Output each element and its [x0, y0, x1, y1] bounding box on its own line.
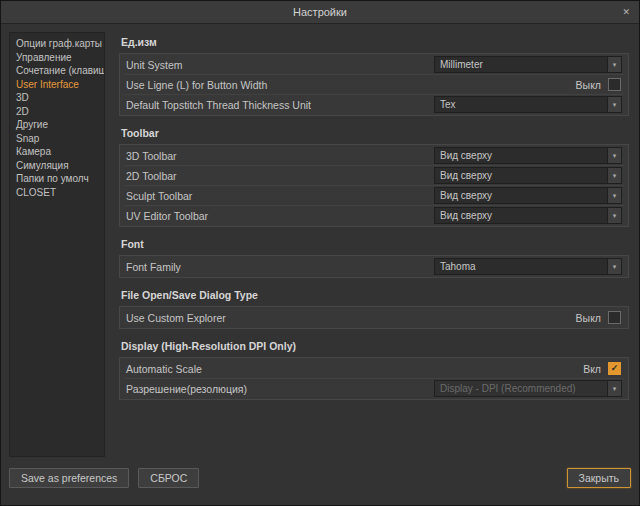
close-button[interactable]: Закрыть [567, 468, 631, 488]
groupbox-font: Font Family Tahoma ▾ [119, 255, 629, 278]
sidebar-item-user-interface[interactable]: User Interface [10, 78, 104, 92]
checkbox-state-label: Вкл [583, 363, 601, 375]
select-value: Tex [435, 99, 607, 110]
setting-row: Unit System Millimeter ▾ [124, 55, 624, 74]
section-toolbar: Toolbar 3D Toolbar Вид сверху ▾ 2D Toolb… [119, 127, 629, 227]
sidebar-item-controls[interactable]: Управление [10, 51, 104, 65]
setting-row: Разрешение(резолюция) Display - DPI (Rec… [124, 378, 624, 398]
setting-label: Default Topstitch Thread Thickness Unit [126, 99, 434, 111]
setting-row: Use Ligne (L) for Button Width Выкл [124, 74, 624, 94]
sidebar-item-camera[interactable]: Камера [10, 145, 104, 159]
setting-label: Use Ligne (L) for Button Width [126, 79, 576, 91]
chevron-down-icon[interactable]: ▾ [607, 168, 621, 183]
chevron-down-icon: ▾ [607, 381, 621, 396]
section-title: Toolbar [121, 127, 629, 139]
select-value: Вид сверху [435, 150, 607, 161]
2d-toolbar-select[interactable]: Вид сверху ▾ [434, 167, 622, 184]
setting-label: Use Custom Explorer [126, 312, 576, 324]
setting-label: Sculpt Toolbar [126, 190, 434, 202]
setting-label: Automatic Scale [126, 363, 583, 375]
setting-row: 3D Toolbar Вид сверху ▾ [124, 146, 624, 165]
section-title: Font [121, 238, 629, 250]
titlebar: Настройки ✕ [1, 1, 639, 24]
sculpt-toolbar-select[interactable]: Вид сверху ▾ [434, 187, 622, 204]
groupbox-toolbar: 3D Toolbar Вид сверху ▾ 2D Toolbar Вид с… [119, 144, 629, 227]
setting-label: Font Family [126, 261, 434, 273]
sidebar-item-shortcuts[interactable]: Сочетание (клавиш) [10, 64, 104, 78]
sidebar-item-default-folders[interactable]: Папки по умолч [10, 172, 104, 186]
setting-label: Разрешение(резолюция) [126, 383, 434, 395]
groupbox-display: Automatic Scale Вкл ✓ Разрешение(резолюц… [119, 357, 629, 400]
automatic-scale-checkbox[interactable]: ✓ [608, 362, 621, 375]
setting-row: Automatic Scale Вкл ✓ [124, 359, 624, 378]
custom-explorer-checkbox[interactable] [608, 311, 621, 324]
settings-dialog: Настройки ✕ Опции граф.карты Управление … [0, 0, 640, 506]
section-units: Ед.изм Unit System Millimeter ▾ Use Lign… [119, 36, 629, 116]
select-value: Tahoma [435, 261, 607, 272]
setting-label: 2D Toolbar [126, 170, 434, 182]
section-title: File Open/Save Dialog Type [121, 289, 629, 301]
sidebar-item-2d[interactable]: 2D [10, 105, 104, 119]
font-family-select[interactable]: Tahoma ▾ [434, 258, 622, 275]
sidebar: Опции граф.карты Управление Сочетание (к… [9, 32, 105, 457]
setting-row: UV Editor Toolbar Вид сверху ▾ [124, 205, 624, 225]
settings-panel: Ед.изм Unit System Millimeter ▾ Use Lign… [115, 32, 631, 457]
section-file-dialog: File Open/Save Dialog Type Use Custom Ex… [119, 289, 629, 329]
sidebar-item-closet[interactable]: CLOSET [10, 186, 104, 200]
checkbox-state-label: Выкл [576, 79, 601, 91]
chevron-down-icon[interactable]: ▾ [607, 148, 621, 163]
resolution-select: Display - DPI (Recommended) ▾ [434, 380, 622, 397]
setting-label: 3D Toolbar [126, 150, 434, 162]
groupbox-file-dialog: Use Custom Explorer Выкл [119, 306, 629, 329]
chevron-down-icon[interactable]: ▾ [607, 57, 621, 72]
uv-editor-toolbar-select[interactable]: Вид сверху ▾ [434, 207, 622, 224]
section-font: Font Font Family Tahoma ▾ [119, 238, 629, 278]
select-value: Millimeter [435, 59, 607, 70]
3d-toolbar-select[interactable]: Вид сверху ▾ [434, 147, 622, 164]
setting-row: Default Topstitch Thread Thickness Unit … [124, 94, 624, 114]
section-title: Display (High-Resolution DPI Only) [121, 340, 629, 352]
chevron-down-icon[interactable]: ▾ [607, 188, 621, 203]
sidebar-item-simulation[interactable]: Симуляция [10, 159, 104, 173]
select-value: Вид сверху [435, 170, 607, 181]
close-icon[interactable]: ✕ [622, 1, 630, 23]
topstitch-thickness-unit-select[interactable]: Tex ▾ [434, 96, 622, 113]
sidebar-item-graphics-options[interactable]: Опции граф.карты [10, 37, 104, 51]
setting-label: Unit System [126, 59, 434, 71]
dialog-footer: Save as preferences СБРОС Закрыть [1, 461, 639, 505]
setting-row: Use Custom Explorer Выкл [124, 308, 624, 327]
sidebar-item-3d[interactable]: 3D [10, 91, 104, 105]
setting-row: 2D Toolbar Вид сверху ▾ [124, 165, 624, 185]
section-title: Ед.изм [121, 36, 629, 48]
dialog-body: Опции граф.карты Управление Сочетание (к… [1, 24, 639, 461]
reset-button[interactable]: СБРОС [138, 468, 199, 488]
checkbox-state-label: Выкл [576, 312, 601, 324]
window-title: Настройки [293, 6, 347, 18]
chevron-down-icon[interactable]: ▾ [607, 259, 621, 274]
select-value: Display - DPI (Recommended) [435, 383, 607, 394]
section-display: Display (High-Resolution DPI Only) Autom… [119, 340, 629, 400]
save-as-preferences-button[interactable]: Save as preferences [9, 468, 129, 488]
chevron-down-icon[interactable]: ▾ [607, 97, 621, 112]
select-value: Вид сверху [435, 210, 607, 221]
setting-label: UV Editor Toolbar [126, 210, 434, 222]
setting-row: Sculpt Toolbar Вид сверху ▾ [124, 185, 624, 205]
select-value: Вид сверху [435, 190, 607, 201]
groupbox-units: Unit System Millimeter ▾ Use Ligne (L) f… [119, 53, 629, 116]
use-ligne-checkbox[interactable] [608, 78, 621, 91]
setting-row: Font Family Tahoma ▾ [124, 257, 624, 276]
chevron-down-icon[interactable]: ▾ [607, 208, 621, 223]
sidebar-item-others[interactable]: Другие [10, 118, 104, 132]
unit-system-select[interactable]: Millimeter ▾ [434, 56, 622, 73]
sidebar-item-snap[interactable]: Snap [10, 132, 104, 146]
